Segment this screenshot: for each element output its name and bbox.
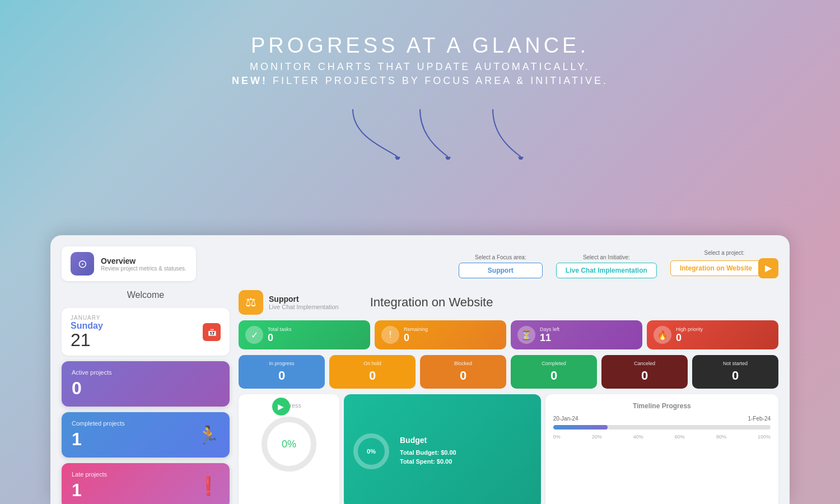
budget-title: Budget — [400, 436, 456, 445]
filter-initiative-label: Select an Initiative: — [583, 254, 630, 260]
filter-project-group: Select a project: Integration on Website… — [670, 250, 778, 278]
completed-value: 0 — [517, 368, 590, 383]
arrows-decoration — [0, 104, 840, 160]
budget-card: 0% Budget Total Budget: $0.00 Total Spen… — [344, 394, 541, 504]
total-tasks-text: Total tasks 0 — [268, 326, 292, 344]
completed-projects-value: 1 — [72, 429, 125, 450]
overview-subtitle: Review project metrics & statuses. — [101, 265, 186, 272]
late-projects-info: Late projects 1 — [72, 471, 107, 501]
header-new-badge: NEW! — [232, 75, 268, 86]
not-started-value: 0 — [699, 368, 772, 383]
filter-initiative-select[interactable]: Live Chat Implementation — [556, 263, 657, 278]
high-priority-value: 0 — [676, 332, 703, 344]
completed-projects-card: Completed projects 1 🏃 — [62, 412, 230, 458]
high-priority-text: High priority 0 — [676, 326, 703, 344]
date-day-num: 21 — [71, 331, 103, 349]
blocked-tile: Blocked 0 — [420, 355, 506, 389]
canceled-tile: Canceled 0 — [601, 355, 688, 389]
budget-total-value: $0.00 — [441, 449, 456, 456]
exclamation-icon: ! — [381, 326, 399, 344]
filters-area: Select a Focus area: Support Select an I… — [459, 250, 778, 278]
completed-label: Completed — [517, 361, 590, 366]
remaining-text: Remaining 0 — [404, 326, 428, 344]
filter-focus-select[interactable]: Support — [459, 263, 543, 278]
canceled-label: Canceled — [608, 361, 681, 366]
in-progress-label: In progress — [245, 361, 318, 366]
timeline-bar-background — [553, 425, 771, 430]
in-progress-value: 0 — [245, 368, 318, 383]
timeline-label-80: 80% — [716, 434, 726, 440]
header-line3-rest: FILTER PROJECTS BY FOCUS AREA & INITIATI… — [268, 75, 608, 86]
status-tiles-row: In progress 0 On hold 0 Blocked 0 Comple… — [239, 355, 778, 389]
filter-go-button[interactable]: ▶ — [758, 258, 778, 278]
arrows-svg — [196, 104, 644, 160]
welcome-title: Welcome — [62, 290, 230, 302]
progress-top: ▶ Progress — [246, 402, 332, 413]
project-identity: ⚖ Support Live Chat Implementation — [239, 290, 339, 315]
main-content: Welcome JANUARY Sunday 21 📅 Active proje… — [62, 290, 778, 504]
filter-focus-group: Select a Focus area: Support — [459, 254, 543, 278]
header-line1: PROGRESS AT A GLANCE. — [0, 34, 840, 58]
days-left-value: 11 — [540, 332, 559, 344]
svg-marker-1 — [445, 157, 451, 160]
budget-spent-value: $0.00 — [437, 458, 452, 465]
timeline-label-60: 60% — [675, 434, 685, 440]
overview-box: ⊙ Overview Review project metrics & stat… — [62, 246, 196, 281]
project-header-row: ⚖ Support Live Chat Implementation Integ… — [239, 290, 778, 315]
days-left-text: Days left 11 — [540, 326, 559, 344]
budget-spent-label: Total Spent: — [400, 458, 435, 465]
checkmark-icon: ✓ — [245, 326, 263, 344]
filter-project-select[interactable]: Integration on Website — [670, 260, 762, 276]
project-focus-name: Support — [269, 295, 339, 304]
budget-ring: 0% — [352, 432, 391, 471]
remaining-value: 0 — [404, 332, 428, 344]
on-hold-value: 0 — [336, 368, 409, 383]
flame-icon: 🔥 — [654, 326, 671, 344]
remaining-pill: ! Remaining 0 — [375, 320, 506, 349]
date-month: JANUARY — [71, 315, 103, 321]
completed-projects-info: Completed projects 1 — [72, 420, 125, 450]
hourglass-icon: ⏳ — [517, 326, 535, 344]
active-projects-value: 0 — [72, 378, 112, 399]
blocked-value: 0 — [427, 368, 500, 383]
calendar-icon: 📅 — [203, 323, 221, 341]
overview-icon: ⊙ — [71, 252, 94, 276]
not-started-label: Not started — [699, 361, 772, 366]
date-text: JANUARY Sunday 21 — [71, 315, 103, 349]
timeline-end: 1-Feb-24 — [748, 416, 771, 422]
project-title-area: Support Live Chat Implementation — [269, 295, 339, 310]
top-bar: ⊙ Overview Review project metrics & stat… — [62, 246, 778, 281]
budget-total-label: Total Budget: — [400, 449, 439, 456]
on-hold-tile: On hold 0 — [329, 355, 416, 389]
completed-tile: Completed 0 — [511, 355, 597, 389]
in-progress-tile: In progress 0 — [239, 355, 325, 389]
overview-title: Overview — [101, 256, 186, 265]
total-tasks-label: Total tasks — [268, 326, 292, 332]
timeline-label-0: 0% — [553, 434, 561, 440]
progress-ring-wrapper: ▶ Progress — [277, 402, 301, 413]
right-panel: ⚖ Support Live Chat Implementation Integ… — [239, 290, 778, 504]
project-focus-icon: ⚖ — [239, 290, 263, 315]
not-started-tile: Not started 0 — [692, 355, 778, 389]
timeline-label-20: 20% — [592, 434, 602, 440]
timeline-labels: 0% 20% 40% 60% 80% 100% — [553, 434, 771, 440]
on-hold-label: On hold — [336, 361, 409, 366]
active-projects-label: Active projects — [72, 369, 112, 376]
filter-project-label: Select a project: — [704, 250, 745, 256]
timeline-title: Timeline Progress — [553, 402, 771, 410]
progress-ring-container: 0% — [258, 413, 320, 475]
project-focus-sub: Live Chat Implementation — [269, 304, 339, 310]
timeline-label-40: 40% — [633, 434, 643, 440]
header-line3: NEW! FILTER PROJECTS BY FOCUS AREA & INI… — [0, 75, 840, 87]
days-left-label: Days left — [540, 326, 559, 332]
timeline-bar-fill — [553, 425, 608, 430]
canceled-value: 0 — [608, 368, 681, 383]
project-main-title: Integration on Website — [370, 295, 493, 310]
total-tasks-value: 0 — [268, 332, 292, 344]
budget-percent-text: 0% — [367, 448, 376, 455]
date-card: JANUARY Sunday 21 📅 — [62, 308, 230, 356]
svg-marker-2 — [518, 157, 524, 160]
filter-focus-label: Select a Focus area: — [475, 254, 526, 260]
timeline-label-100: 100% — [758, 434, 771, 440]
high-priority-pill: 🔥 High priority 0 — [647, 320, 778, 349]
